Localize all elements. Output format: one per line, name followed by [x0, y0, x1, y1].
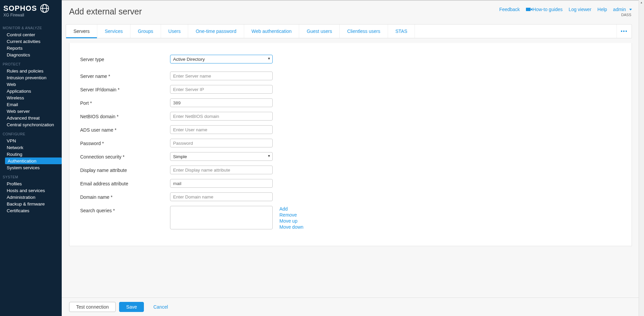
main-area: Add external server Feedback How-to guid…: [62, 0, 639, 316]
sidebar-item-intrusion-prevention[interactable]: Intrusion prevention: [3, 74, 62, 81]
label-port: Port *: [80, 98, 170, 106]
label-server-name: Server name *: [80, 72, 170, 79]
user-subtext: DASS: [621, 13, 631, 17]
help-link[interactable]: Help: [597, 7, 607, 12]
label-conn-sec: Connection security *: [80, 152, 170, 160]
tab-services[interactable]: Services: [97, 25, 130, 38]
label-server-ip: Server IP/domain *: [80, 85, 170, 92]
user-menu[interactable]: admin: [613, 7, 632, 12]
label-netbios: NetBIOS domain *: [80, 112, 170, 119]
cancel-button[interactable]: Cancel: [147, 302, 174, 312]
server-ip-input[interactable]: [170, 85, 273, 94]
brand-block: SOPHOS XG Firewall: [0, 3, 62, 22]
label-search-queries: Search queries *: [80, 206, 170, 213]
tab-guest-users[interactable]: Guest users: [299, 25, 339, 38]
sidebar-section-title: SYSTEM: [3, 174, 62, 180]
sidebar-item-diagnostics[interactable]: Diagnostics: [3, 51, 62, 58]
tab-servers[interactable]: Servers: [66, 25, 97, 38]
brand-name: SOPHOS: [3, 4, 37, 13]
sidebar-item-backup-firmware[interactable]: Backup & firmware: [3, 200, 62, 207]
search-queries-listbox[interactable]: [170, 206, 273, 229]
sidebar-item-web[interactable]: Web: [3, 81, 62, 88]
sidebar-section-title: MONITOR & ANALYZE: [3, 25, 62, 31]
save-button[interactable]: Save: [119, 302, 144, 312]
label-server-type: Server type: [80, 55, 170, 62]
sidebar-item-control-center[interactable]: Control center: [3, 31, 62, 38]
sidebar: SOPHOS XG Firewall MONITOR & ANALYZECont…: [0, 0, 62, 316]
search-movedown-link[interactable]: Move down: [279, 224, 304, 230]
label-display-name-attr: Display name attribute: [80, 166, 170, 173]
server-name-input[interactable]: [170, 72, 273, 80]
brand-product: XG Firewall: [3, 13, 58, 17]
domain-name-input[interactable]: [170, 192, 273, 201]
sidebar-item-applications[interactable]: Applications: [3, 88, 62, 94]
display-name-attr-input[interactable]: [170, 166, 273, 174]
netbios-input[interactable]: [170, 112, 273, 121]
sidebar-section-title: PROTECT: [3, 61, 62, 67]
search-remove-link[interactable]: Remove: [279, 212, 304, 218]
sidebar-item-current-activities[interactable]: Current activities: [3, 38, 62, 45]
label-password: Password *: [80, 139, 170, 146]
howto-guides-label: How-to guides: [533, 7, 563, 12]
label-email-attr: Email address attribute: [80, 179, 170, 186]
label-domain-name: Domain name *: [80, 192, 170, 200]
sidebar-item-rules-and-policies[interactable]: Rules and policies: [3, 67, 62, 74]
sidebar-item-certificates[interactable]: Certificates: [3, 207, 62, 214]
sidebar-item-central-synchronization[interactable]: Central synchronization: [3, 121, 62, 128]
search-moveup-link[interactable]: Move up: [279, 218, 304, 224]
sidebar-section-title: CONFIGURE: [3, 131, 62, 137]
search-queries-actions: Add Remove Move up Move down: [273, 206, 304, 230]
page-title: Add external server: [69, 7, 142, 16]
tab-users[interactable]: Users: [161, 25, 189, 38]
sidebar-item-hosts-and-services[interactable]: Hosts and services: [3, 187, 62, 194]
sidebar-item-wireless[interactable]: Wireless: [3, 94, 62, 101]
user-label: admin: [613, 7, 626, 12]
page-scrollbar[interactable]: ▴: [639, 0, 644, 316]
videocam-icon: [526, 8, 531, 11]
sidebar-item-network[interactable]: Network: [3, 144, 62, 151]
connection-security-select[interactable]: Simple: [170, 152, 273, 161]
tabs: ServersServicesGroupsUsersOne-time passw…: [66, 24, 632, 38]
main-scroll[interactable]: Add external server Feedback How-to guid…: [62, 1, 639, 298]
sidebar-item-profiles[interactable]: Profiles: [3, 180, 62, 187]
server-type-select[interactable]: Active Directory: [170, 55, 273, 63]
bottom-bar: Test connection Save Cancel: [62, 298, 639, 316]
form-panel: Server type Active Directory Server name…: [69, 43, 632, 246]
more-icon: •••: [621, 29, 628, 34]
feedback-link[interactable]: Feedback: [499, 7, 520, 12]
sidebar-item-reports[interactable]: Reports: [3, 45, 62, 51]
sidebar-item-web-server[interactable]: Web server: [3, 108, 62, 115]
page-header: Add external server Feedback How-to guid…: [62, 1, 639, 24]
tab-stas[interactable]: STAS: [388, 25, 415, 38]
sidebar-item-vpn[interactable]: VPN: [3, 137, 62, 144]
port-input[interactable]: [170, 98, 273, 107]
sidebar-item-email[interactable]: Email: [3, 101, 62, 108]
scroll-up-arrow[interactable]: ▴: [639, 1, 644, 4]
sidebar-item-advanced-threat[interactable]: Advanced threat: [3, 115, 62, 121]
test-connection-button[interactable]: Test connection: [69, 302, 116, 312]
tab-clientless-users[interactable]: Clientless users: [340, 25, 388, 38]
caret-down-icon: [629, 9, 632, 10]
tab-groups[interactable]: Groups: [130, 25, 161, 38]
log-viewer-link[interactable]: Log viewer: [569, 7, 591, 12]
tab-more[interactable]: •••: [616, 25, 632, 38]
sidebar-item-administration[interactable]: Administration: [3, 194, 62, 200]
ads-user-input[interactable]: [170, 125, 273, 134]
header-links: Feedback How-to guides Log viewer Help a…: [499, 7, 632, 12]
sidebar-item-system-services[interactable]: System services: [3, 164, 62, 171]
label-ads-user: ADS user name *: [80, 125, 170, 133]
globe-icon: [40, 3, 50, 13]
tab-web-authentication[interactable]: Web authentication: [244, 25, 300, 38]
howto-guides-link[interactable]: How-to guides: [526, 7, 563, 12]
sidebar-item-routing[interactable]: Routing: [3, 151, 62, 157]
search-add-link[interactable]: Add: [279, 206, 304, 212]
password-input[interactable]: [170, 139, 273, 147]
tab-one-time-password[interactable]: One-time password: [188, 25, 244, 38]
email-attr-input[interactable]: [170, 179, 273, 188]
sidebar-item-authentication[interactable]: Authentication: [5, 157, 62, 164]
